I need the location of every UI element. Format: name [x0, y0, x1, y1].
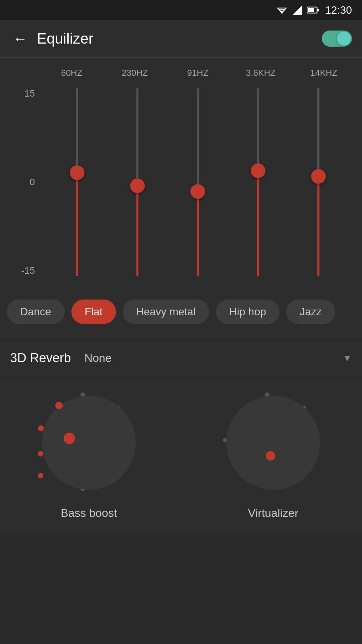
- signal-icon: [292, 5, 302, 15]
- bass-boost-dot-3: [64, 433, 75, 444]
- reverb-label: 3D Reverb: [10, 351, 71, 365]
- equalizer-toggle[interactable]: [322, 31, 352, 47]
- preset-dance[interactable]: Dance: [7, 300, 65, 324]
- slider-14khz[interactable]: [317, 88, 319, 276]
- bass-boost-dot-1: [55, 402, 63, 409]
- presets-section: Dance Flat Heavy metal Hip hop Jazz: [0, 289, 362, 337]
- slider-track-60hz: [76, 88, 78, 276]
- preset-flat[interactable]: Flat: [71, 300, 116, 324]
- svg-rect-4: [308, 8, 314, 12]
- slider-thumb-60hz[interactable]: [70, 165, 84, 180]
- svg-rect-3: [317, 9, 319, 11]
- bass-boost-label: Bass boost: [61, 506, 117, 520]
- svg-marker-1: [292, 5, 302, 15]
- virtualizer-circle: [226, 396, 320, 490]
- reverb-row: 3D Reverb None ▼: [10, 351, 352, 372]
- effect-virtualizer[interactable]: Virtualizer: [216, 386, 330, 520]
- back-arrow-icon: ←: [13, 30, 27, 47]
- page-title: Equilizer: [37, 30, 322, 47]
- presets-row: Dance Flat Heavy metal Hip hop Jazz: [7, 296, 355, 327]
- top-bar: ← Equilizer: [0, 20, 362, 57]
- toggle-knob: [337, 32, 351, 46]
- effect-bass-boost[interactable]: Bass boost: [32, 386, 146, 520]
- bass-boost-container: [32, 386, 146, 500]
- equalizer-section: 60HZ 230HZ 91HZ 3.6KHZ 14KHZ 15 0 -15: [0, 58, 362, 289]
- virtualizer-label: Virtualizer: [248, 506, 299, 520]
- slider-thumb-91hz[interactable]: [190, 184, 205, 199]
- db-label-neg15: -15: [7, 265, 40, 276]
- slider-track-14khz: [317, 88, 319, 276]
- freq-label-14khz: 14KHZ: [292, 68, 355, 78]
- status-icons: [276, 5, 319, 15]
- status-time: 12:30: [325, 4, 352, 16]
- frequency-labels: 60HZ 230HZ 91HZ 3.6KHZ 14KHZ: [40, 68, 355, 78]
- toggle-switch[interactable]: [322, 31, 352, 47]
- slider-track-3_6khz: [257, 88, 259, 276]
- slider-track-91hz: [197, 88, 199, 276]
- virtualizer-dot-1: [266, 451, 275, 461]
- slider-91hz[interactable]: [197, 88, 199, 276]
- reverb-value: None: [84, 352, 343, 365]
- bass-boost-dot-5: [38, 473, 43, 478]
- status-bar: 12:30: [0, 0, 362, 20]
- dropdown-arrow-icon: ▼: [343, 353, 352, 364]
- virtualizer-container: [216, 386, 330, 500]
- back-button[interactable]: ←: [10, 29, 30, 49]
- slider-3_6khz[interactable]: [257, 88, 259, 276]
- db-labels: 15 0 -15: [7, 82, 40, 283]
- slider-thumb-230hz[interactable]: [130, 178, 145, 193]
- sliders-container: [40, 82, 355, 283]
- reverb-section: 3D Reverb None ▼: [0, 341, 362, 376]
- slider-230hz[interactable]: [136, 88, 138, 276]
- bass-boost-dot-2: [38, 425, 44, 431]
- preset-hip-hop[interactable]: Hip hop: [216, 300, 280, 324]
- wifi-icon: [276, 5, 288, 15]
- svg-point-0: [281, 12, 283, 14]
- preset-jazz[interactable]: Jazz: [286, 300, 335, 324]
- preset-heavy-metal[interactable]: Heavy metal: [123, 300, 209, 324]
- bass-boost-dot-4: [38, 451, 43, 457]
- slider-thumb-3_6khz[interactable]: [251, 163, 265, 178]
- bass-boost-circle: [42, 396, 136, 490]
- freq-label-230hz: 230HZ: [103, 68, 166, 78]
- freq-label-60hz: 60HZ: [40, 68, 103, 78]
- slider-thumb-14khz[interactable]: [311, 169, 326, 184]
- slider-60hz[interactable]: [76, 88, 78, 276]
- slider-track-230hz: [136, 88, 138, 276]
- sliders-area: 15 0 -15: [7, 82, 355, 283]
- reverb-select[interactable]: None ▼: [84, 352, 352, 365]
- battery-icon: [307, 6, 319, 14]
- db-label-15: 15: [7, 88, 40, 99]
- freq-label-91hz: 91HZ: [166, 68, 229, 78]
- effects-section: Bass boost Virtualizer: [0, 379, 362, 533]
- freq-label-3_6khz: 3.6KHZ: [229, 68, 292, 78]
- db-label-0: 0: [7, 177, 40, 187]
